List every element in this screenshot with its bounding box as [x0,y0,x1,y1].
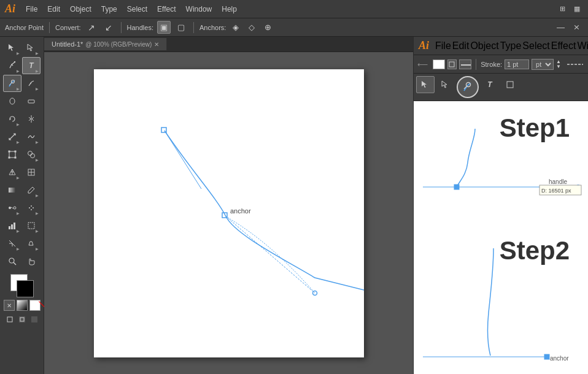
artboard-svg: anchor [94,69,364,357]
svg-text:handle: handle [549,178,567,185]
menu-effect-left[interactable]: Effect [153,4,180,15]
direct-select-tool[interactable]: ▶ [22,39,41,56]
svg-point-11 [28,151,33,156]
handles-btn-1[interactable]: ▣ [157,21,171,34]
pencil-tool[interactable]: ▶ [22,75,41,92]
right-tools-strip: T [414,74,588,101]
svg-line-29 [14,262,16,265]
right-menu-select[interactable]: Select [522,40,549,52]
tab-subtitle: @ 100% (RGB/Preview) [85,41,152,48]
svg-line-35 [164,131,201,189]
color-none-btn[interactable]: ✕ [4,300,15,311]
anchor-point-tool[interactable]: ▶ [3,75,21,92]
anchors-btn-3[interactable]: ⊕ [261,21,274,34]
menu-help-left[interactable]: Help [217,4,241,15]
tool-row-5: ▶ [3,110,41,128]
stroke-unit-select[interactable]: pt [532,59,554,70]
separator-2 [121,22,122,33]
bridge-icon[interactable]: ⊞ [557,3,568,15]
dash-line-icon [566,60,584,69]
convert-corner-btn[interactable]: ↙ [102,21,115,34]
color-swatch-white[interactable] [433,59,445,69]
reflect-tool[interactable] [22,110,41,128]
fill-type-btn[interactable] [447,59,457,69]
svg-point-18 [9,207,11,209]
slice-tool[interactable]: ▶ [3,235,21,252]
screen-mode-full[interactable] [29,314,40,325]
menu-window-left[interactable]: Window [182,4,217,15]
tab-title: Untitled-1* [52,40,83,48]
stroke-box[interactable] [17,280,34,297]
svg-rect-4 [28,100,34,103]
right-menu-edit[interactable]: Edit [452,40,470,52]
blend-tool[interactable]: ▶ [3,199,21,216]
warp-tool[interactable]: ▶ [22,128,41,145]
eyedropper-tool[interactable]: ▶ [22,181,41,199]
select-tool[interactable]: ▶ [3,39,21,56]
right-menu-type[interactable]: Type [500,40,522,52]
menu-file-left[interactable]: File [21,4,42,15]
tool-row-10: ▶ ▶ [3,199,41,216]
stroke-type-dropdown[interactable] [459,59,471,69]
rotate-tool[interactable]: ▶ [3,110,21,128]
artboard: anchor [94,69,364,357]
svg-rect-30 [7,317,12,322]
hand-eraser-tool[interactable]: ▶ [22,235,41,252]
shape-builder-tool[interactable]: ▶ [22,146,41,163]
mesh-tool[interactable] [22,164,41,181]
eraser-tool[interactable] [22,93,41,110]
right-menu-window[interactable]: Window [577,40,588,52]
stroke-value-input[interactable] [505,59,529,69]
right-anchor-tool[interactable] [457,76,479,98]
menu-edit-left[interactable]: Edit [43,4,64,15]
document-tab[interactable]: Untitled-1* @ 100% (RGB/Preview) ✕ [44,38,167,50]
svg-rect-53 [544,354,549,359]
anchor-point-label: Anchor Point [5,24,44,31]
screen-mode-center[interactable] [17,314,28,325]
scale-tool[interactable]: ▶ [3,128,21,145]
right-type-tool[interactable]: T [481,76,499,93]
dash-btn-1[interactable]: — [554,21,568,34]
right-extra-tool[interactable] [501,76,519,93]
right-menu-bar: Ai File Edit Object Type Select Effect W… [414,37,588,55]
column-graph-tool[interactable]: ▶ [3,217,21,234]
no-fill-btn[interactable] [29,300,41,311]
dash-btn-2[interactable]: ⨯ [570,21,583,34]
stroke-stepper[interactable]: ▲ ▼ [556,59,561,69]
svg-text:anchor: anchor [550,355,569,362]
handles-btn-2[interactable]: ▢ [174,21,188,34]
app-logo-right: Ai [419,39,429,52]
right-menu-effect[interactable]: Effect [551,40,576,52]
tab-close-btn[interactable]: ✕ [154,41,159,48]
arrange-icon[interactable]: ▦ [571,3,583,15]
gradient-btn[interactable] [17,300,28,311]
pen-tool[interactable]: ▶ [3,57,21,74]
anchors-btn-1[interactable]: ◈ [230,21,242,34]
blob-brush-tool[interactable] [3,93,21,110]
right-direct-select-tool[interactable] [436,76,455,93]
artboard-tool[interactable]: ▶ [22,217,41,234]
right-menu-file[interactable]: File [435,40,451,52]
screen-mode-row [4,314,40,325]
zoom-tool[interactable] [3,253,21,270]
anchors-btn-2[interactable]: ◇ [246,21,258,34]
tool-row-6: ▶ ▶ [3,128,41,145]
gradient-tool[interactable] [3,181,21,199]
menu-type-left[interactable]: Type [97,4,122,15]
right-select-tool[interactable] [416,76,435,93]
canvas-area: Untitled-1* @ 100% (RGB/Preview) ✕ [44,37,413,374]
menu-select-left[interactable]: Select [123,4,152,15]
menu-object-left[interactable]: Object [66,4,96,15]
convert-smooth-btn[interactable]: ↗ [85,21,98,34]
hand-tool[interactable] [22,253,41,270]
symbol-sprayer-tool[interactable]: ▶ [22,199,41,216]
right-menu-object[interactable]: Object [470,40,498,52]
tool-row-4 [3,93,41,110]
svg-point-3 [10,98,15,104]
type-tool[interactable]: T ▶ [22,57,41,74]
free-transform-tool[interactable] [3,146,21,163]
screen-mode-normal[interactable] [4,314,15,325]
color-mode-row: ✕ [4,300,41,311]
tool-row-13 [3,253,41,270]
perspective-grid-tool[interactable]: ▶ [3,164,21,181]
